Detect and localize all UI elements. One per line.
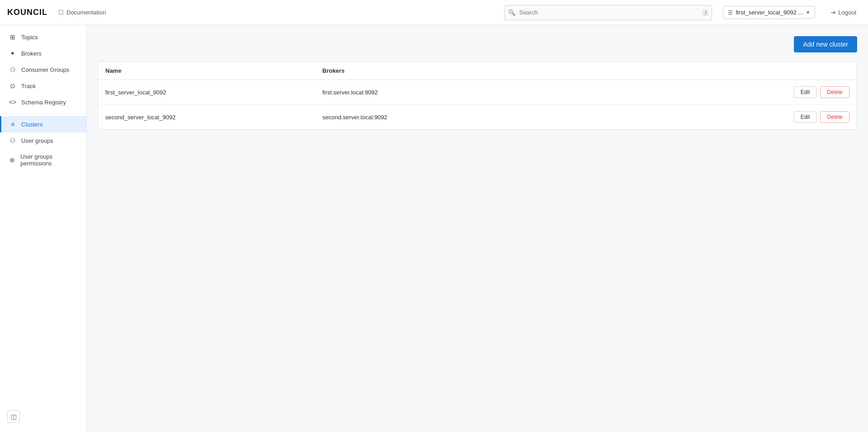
add-new-cluster-button[interactable]: Add new cluster (794, 36, 857, 52)
sidebar: ⊞ Topics ✦ Brokers ⚇ Consumer Groups ⊙ T… (0, 25, 87, 432)
sidebar-item-brokers[interactable]: ✦ Brokers (0, 45, 86, 61)
external-link-icon: ☐ (58, 9, 64, 16)
sidebar-bottom: ◫ (0, 405, 86, 428)
sidebar-item-label: Brokers (21, 50, 42, 57)
sidebar-item-user-groups[interactable]: ⚇ User groups (0, 132, 86, 149)
sidebar-item-label: User groups (21, 137, 53, 144)
documentation-label: Documentation (66, 9, 106, 16)
cluster-icon: ☰ (728, 9, 733, 16)
edit-button-0[interactable]: Edit (794, 86, 817, 98)
sidebar-item-clusters[interactable]: ≡ Clusters (0, 116, 86, 132)
sidebar-item-topics[interactable]: ⊞ Topics (0, 29, 86, 45)
sidebar-item-label: Clusters (21, 121, 43, 128)
sidebar-item-label: Consumer Groups (21, 66, 69, 73)
consumer-groups-icon: ⚇ (9, 66, 17, 73)
sidebar-item-label: Topics (21, 34, 38, 41)
search-shortcut: / (703, 9, 708, 16)
table-header: Name Brokers (98, 62, 857, 80)
sidebar-item-track[interactable]: ⊙ Track (0, 78, 86, 94)
sidebar-item-label: Track (21, 83, 36, 89)
content-header: Add new cluster (98, 36, 857, 52)
brokers-icon: ✦ (9, 50, 17, 57)
search-input[interactable] (504, 5, 712, 20)
col-actions-header (777, 67, 849, 74)
chevron-down-icon: ▼ (806, 10, 810, 15)
logout-button[interactable]: ⇥ Logout (826, 6, 861, 19)
app-logo: KOUNCIL (7, 8, 47, 17)
table-row: first_server_local_9092 first.server.loc… (98, 80, 857, 105)
cluster-name-cell: first_server_local_9092 (105, 89, 322, 96)
row-actions: Edit Delete (777, 86, 849, 98)
col-name-header: Name (105, 67, 322, 74)
delete-button-0[interactable]: Delete (820, 86, 849, 98)
sidebar-collapse-button[interactable]: ◫ (7, 410, 20, 423)
col-brokers-header: Brokers (322, 67, 777, 74)
search-container: 🔍 / (504, 5, 712, 20)
cluster-name-cell: second_server_local_9092 (105, 114, 322, 121)
search-icon: 🔍 (508, 9, 515, 16)
delete-button-1[interactable]: Delete (820, 111, 849, 123)
row-actions: Edit Delete (777, 111, 849, 123)
sidebar-item-label: User groups permissions (20, 153, 79, 167)
topnav: KOUNCIL ☐ Documentation 🔍 / ☰ first_serv… (0, 0, 868, 25)
documentation-link[interactable]: ☐ Documentation (58, 9, 106, 16)
app-body: ⊞ Topics ✦ Brokers ⚇ Consumer Groups ⊙ T… (0, 25, 868, 432)
clusters-icon: ≡ (9, 121, 17, 128)
logout-label: Logout (838, 9, 856, 16)
cluster-brokers-cell: first.server.local:9092 (322, 89, 777, 96)
sidebar-divider (0, 113, 86, 113)
cluster-name: first_server_local_9092 ... (736, 9, 803, 16)
sidebar-item-consumer-groups[interactable]: ⚇ Consumer Groups (0, 61, 86, 78)
main-content: Add new cluster Name Brokers first_serve… (87, 25, 868, 432)
cluster-selector[interactable]: ☰ first_server_local_9092 ... ▼ (723, 6, 815, 19)
topics-icon: ⊞ (9, 33, 17, 41)
user-groups-icon: ⚇ (9, 137, 17, 144)
track-icon: ⊙ (9, 82, 17, 89)
table-row: second_server_local_9092 second.server.l… (98, 105, 857, 129)
permissions-icon: ⊛ (9, 156, 16, 164)
sidebar-item-schema-registry[interactable]: <> Schema Registry (0, 94, 86, 110)
logout-icon: ⇥ (830, 9, 835, 16)
sidebar-item-label: Schema Registry (21, 99, 66, 106)
cluster-brokers-cell: second.server.local:9092 (322, 114, 777, 121)
edit-button-1[interactable]: Edit (794, 111, 817, 123)
schema-registry-icon: <> (9, 99, 17, 106)
sidebar-item-user-groups-permissions[interactable]: ⊛ User groups permissions (0, 149, 86, 171)
collapse-icon: ◫ (11, 413, 17, 420)
clusters-table: Name Brokers first_server_local_9092 fir… (98, 61, 857, 130)
